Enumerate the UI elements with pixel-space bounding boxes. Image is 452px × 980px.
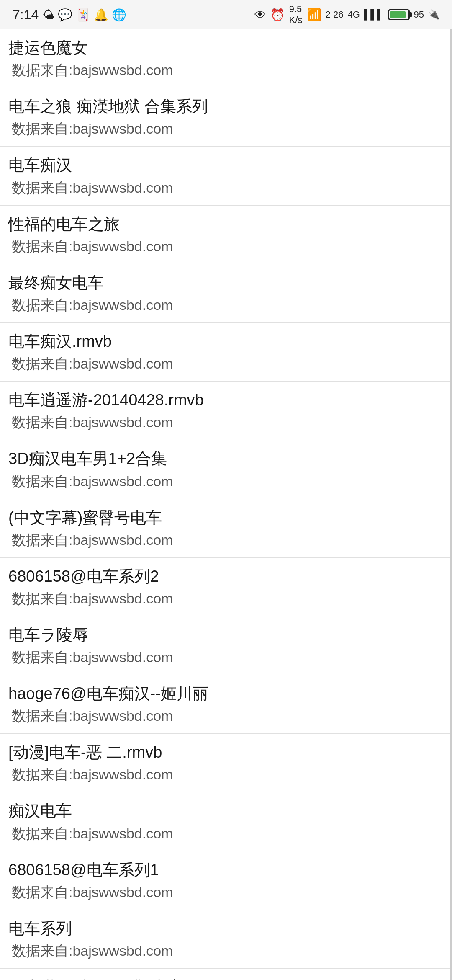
item-source: 数据来自:bajswwsbd.com xyxy=(8,61,438,80)
item-title: (中文字幕)蜜臀号电车 xyxy=(8,507,438,529)
item-title: 电车痴汉 xyxy=(8,154,438,176)
item-source: 数据来自:bajswwsbd.com xyxy=(8,237,438,256)
list-item[interactable]: 电车ラ陵辱数据来自:bajswwsbd.com xyxy=(0,616,450,675)
wechat-icon: 💬 xyxy=(58,8,72,22)
list-item[interactable]: (中文字幕)蜜臀号电车数据来自:bajswwsbd.com xyxy=(0,499,450,558)
item-title: [动漫]电车-恶 二.rmvb xyxy=(8,741,438,763)
item-title: 最终痴女电车 xyxy=(8,272,438,294)
wifi-icon: 📶 xyxy=(307,8,321,22)
item-title: 3D痴汉电车男1+2合集 xyxy=(8,448,438,470)
speed-text: 9.5K/s xyxy=(289,4,303,26)
item-source: 数据来自:bajswwsbd.com xyxy=(8,589,438,609)
item-source: 数据来自:bajswwsbd.com xyxy=(8,531,438,550)
alarm-icon: ⏰ xyxy=(270,8,285,22)
game-icon: 🃏 xyxy=(76,8,90,22)
list-item[interactable]: 电车系列数据来自:bajswwsbd.com xyxy=(0,910,450,969)
item-source: 数据来自:bajswwsbd.com xyxy=(8,354,438,374)
status-icons-left: 🌤 💬 🃏 🔔 🌐 xyxy=(43,8,126,22)
item-title: 6806158@电车系列2 xyxy=(8,565,438,588)
item-source: 数据来自:bajswwsbd.com xyxy=(8,824,438,843)
list-item[interactable]: 3D痴汉电车男1+2合集数据来自:bajswwsbd.com xyxy=(0,440,450,499)
item-source: 数据来自:bajswwsbd.com xyxy=(8,296,438,315)
eye-icon: 👁 xyxy=(254,8,266,22)
list-item[interactable]: 电车痴汉数据来自:bajswwsbd.com xyxy=(0,147,450,205)
list-item[interactable]: [动漫]电车-恶 二.rmvb数据来自:bajswwsbd.com xyxy=(0,734,450,792)
bell-icon: 🔔 xyxy=(94,8,108,22)
item-title: 电车逍遥游-20140428.rmvb xyxy=(8,389,438,411)
time-display: 7:14 xyxy=(13,7,39,23)
signal-bars: ▌▌▌ xyxy=(364,9,384,20)
item-title: 电车痴汉.rmvb xyxy=(8,330,438,353)
item-title: 电车系列 xyxy=(8,918,438,940)
item-source: 数据来自:bajswwsbd.com xyxy=(8,765,438,784)
signal-4g-icon: 4G xyxy=(347,9,360,20)
item-source: 数据来自:bajswwsbd.com xyxy=(8,883,438,902)
list-item[interactable]: haoge76@电车痴汉--姬川丽数据来自:bajswwsbd.com xyxy=(0,675,450,734)
battery-percent: 95 xyxy=(414,9,424,20)
item-title: 电车ラ陵辱 xyxy=(8,624,438,646)
item-source: 数据来自:bajswwsbd.com xyxy=(8,648,438,667)
list-item[interactable]: （癡漢）-电车(经典-真实).mp4数据来自:bajswwsbd.com xyxy=(0,969,450,980)
status-time: 7:14 🌤 💬 🃏 🔔 🌐 xyxy=(13,7,126,23)
item-title: 痴汉电车 xyxy=(8,800,438,822)
battery-indicator xyxy=(388,9,410,20)
list-item[interactable]: 电车逍遥游-20140428.rmvb数据来自:bajswwsbd.com xyxy=(0,382,450,440)
list-item[interactable]: 电车痴汉.rmvb数据来自:bajswwsbd.com xyxy=(0,323,450,382)
item-title: 6806158@电车系列1 xyxy=(8,859,438,881)
weather-icon: 🌤 xyxy=(43,8,54,22)
cloud-icon: 🌐 xyxy=(112,8,126,22)
signal-text: 2 26 xyxy=(326,9,344,20)
item-source: 数据来自:bajswwsbd.com xyxy=(8,178,438,198)
status-right: 👁 ⏰ 9.5K/s 📶 2 26 4G ▌▌▌ 95 🔌 xyxy=(254,4,439,26)
list-item[interactable]: 6806158@电车系列1数据来自:bajswwsbd.com xyxy=(0,851,450,910)
list-item[interactable]: 6806158@电车系列2数据来自:bajswwsbd.com xyxy=(0,558,450,616)
item-source: 数据来自:bajswwsbd.com xyxy=(8,472,438,491)
content-list: 捷运色魔女数据来自:bajswwsbd.com电车之狼 痴漢地狱 合集系列数据来… xyxy=(0,29,452,980)
item-title: 性福的电车之旅 xyxy=(8,213,438,235)
list-item[interactable]: 电车之狼 痴漢地狱 合集系列数据来自:bajswwsbd.com xyxy=(0,88,450,147)
item-source: 数据来自:bajswwsbd.com xyxy=(8,413,438,432)
list-item[interactable]: 痴汉电车数据来自:bajswwsbd.com xyxy=(0,792,450,851)
item-source: 数据来自:bajswwsbd.com xyxy=(8,707,438,726)
list-item[interactable]: 最终痴女电车数据来自:bajswwsbd.com xyxy=(0,264,450,323)
charge-icon: 🔌 xyxy=(428,9,439,20)
list-item[interactable]: 捷运色魔女数据来自:bajswwsbd.com xyxy=(0,29,450,88)
item-title: 电车之狼 痴漢地狱 合集系列 xyxy=(8,95,438,118)
item-source: 数据来自:bajswwsbd.com xyxy=(8,941,438,961)
item-title: （癡漢）-电车(经典-真实).mp4 xyxy=(8,976,438,980)
status-bar: 7:14 🌤 💬 🃏 🔔 🌐 👁 ⏰ 9.5K/s 📶 2 26 4G ▌▌▌ … xyxy=(0,0,452,29)
item-title: 捷运色魔女 xyxy=(8,37,438,59)
item-source: 数据来自:bajswwsbd.com xyxy=(8,119,438,139)
list-item[interactable]: 性福的电车之旅数据来自:bajswwsbd.com xyxy=(0,206,450,264)
item-title: haoge76@电车痴汉--姬川丽 xyxy=(8,683,438,705)
